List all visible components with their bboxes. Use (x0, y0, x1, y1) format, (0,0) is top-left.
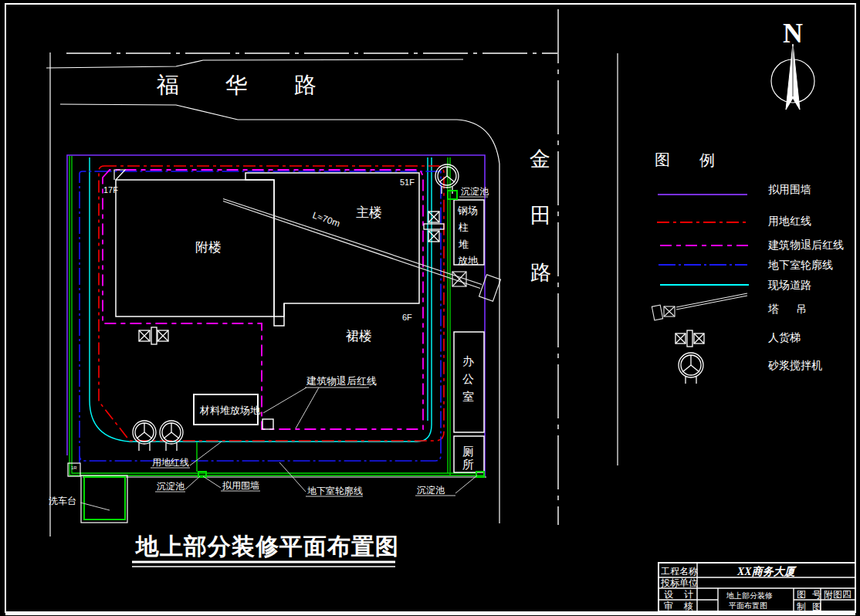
draft-label: 制图 (797, 601, 828, 612)
drawing-name-line2: 平面布置图 (729, 601, 767, 610)
steel-yard-line-2: 柱 (458, 222, 469, 233)
legend-label-hoist: 人货梯 (768, 331, 801, 344)
project-name-value: XX商务大厦 (736, 565, 797, 577)
drawing-no-label: 图号 (797, 589, 828, 600)
mortar-mixer-bottom-2 (160, 421, 183, 451)
site-road-lines (90, 157, 432, 442)
main-building-label: 主楼 (356, 205, 382, 220)
legend-label-crane: 塔吊 (767, 303, 824, 315)
setback-callout: 建筑物退后红线 (306, 375, 377, 387)
building-step (274, 303, 284, 326)
title-block: 工程名称 XX商务大厦 投标单位 设计 审核 地上部分装修 平面布置图 图号 附… (659, 563, 855, 612)
fence-callout: 拟用围墙 (222, 480, 259, 491)
project-name-label: 工程名称 (661, 566, 698, 577)
jintian-road-char-1: 金 (530, 147, 550, 171)
steel-yard-line-4: 放地 (458, 255, 479, 266)
fuhua-road: 福 华 路 (46, 53, 557, 164)
sediment-callout-top: 沉淀池 (461, 186, 489, 197)
podium-floor-label: 6F (402, 313, 412, 322)
cad-sheet: 福 华 路 金 田 路 附楼 17F 主楼 51F 裙楼 (0, 0, 860, 616)
review-label: 审核 (664, 601, 704, 611)
annex-label: 附楼 (195, 240, 222, 255)
crane-counterweight (479, 275, 501, 302)
legend-label-basement: 地下室轮廓线 (767, 259, 833, 271)
hoist-symbol-left (139, 327, 168, 344)
site-plan-drawing: 福 华 路 金 田 路 附楼 17F 主楼 51F 裙楼 (0, 0, 860, 616)
buildings (114, 170, 419, 326)
mortar-mixer-top (435, 164, 459, 194)
toilet-char-2: 所 (462, 458, 474, 471)
fence-line (67, 155, 485, 476)
sediment-callout-left: 沉淀池 (157, 481, 185, 492)
crane-length-label: L≈70m (311, 210, 341, 229)
drawing-title: 地上部分装修平面布置图 (134, 533, 399, 559)
sediment-callout-right: 沉淀池 (417, 485, 445, 496)
setback-step-box (262, 419, 273, 429)
gate-label: 1R (71, 465, 77, 470)
drawing-title-group: 地上部分装修平面布置图 (132, 533, 399, 567)
toilet-char-1: 厕 (462, 445, 474, 458)
carwash-callout: 洗车台 (49, 496, 76, 506)
legend-label-fence: 拟用围墙 (768, 183, 811, 195)
podium-label: 裙楼 (346, 329, 372, 344)
sheet-border (5, 4, 855, 614)
main-floor-label: 51F (400, 178, 415, 187)
office-char-1: 办 (462, 354, 474, 367)
fuhua-road-label: 福 华 路 (156, 73, 337, 97)
jintian-road-char-3: 路 (530, 261, 551, 284)
office-char-2: 公 (462, 372, 474, 385)
office-char-3: 室 (462, 390, 474, 403)
steel-yard-line-1: 钢场 (457, 205, 478, 216)
annex-floor-label: 17F (103, 185, 118, 195)
drawing-no-value: 附图四 (824, 589, 852, 600)
jintian-road-char-2: 田 (530, 204, 551, 227)
fuhua-road-north-edge (46, 59, 463, 68)
mortar-mixer-bottom-1 (133, 421, 156, 451)
carwash-outline (81, 476, 127, 523)
drawing-name-line1: 地上部分装修 (726, 591, 773, 600)
legend-label-road: 现场道路 (767, 279, 811, 291)
steel-yard-line-3: 堆 (458, 239, 469, 250)
legend-mortar-mixer-icon (679, 353, 703, 384)
basement-outline (80, 171, 441, 463)
basement-callout: 地下室轮廓线 (307, 486, 363, 496)
legend-label-setback: 建筑物退后红线 (767, 239, 844, 251)
legend-tower-crane-icon (652, 293, 747, 320)
material-area-label: 材料堆放场地 (199, 404, 261, 416)
legend-hoist-icon (675, 330, 704, 347)
design-label: 设计 (664, 589, 704, 600)
legend-title: 图例 (655, 151, 744, 168)
carwash-pad (84, 477, 125, 520)
red-line-callout: 用地红线 (152, 457, 189, 468)
legend-label-redline: 用地红线 (768, 215, 811, 227)
legend: 图例 拟用围墙 用地红线 建筑物退后红线 地下室轮廓线 现场道路 塔吊 人货梯 (652, 151, 844, 384)
bidder-label: 投标单位 (660, 577, 698, 588)
north-arrow: N (771, 18, 814, 110)
legend-label-mixer: 砂浆搅拌机 (767, 359, 822, 371)
main-building-outline (245, 173, 419, 316)
